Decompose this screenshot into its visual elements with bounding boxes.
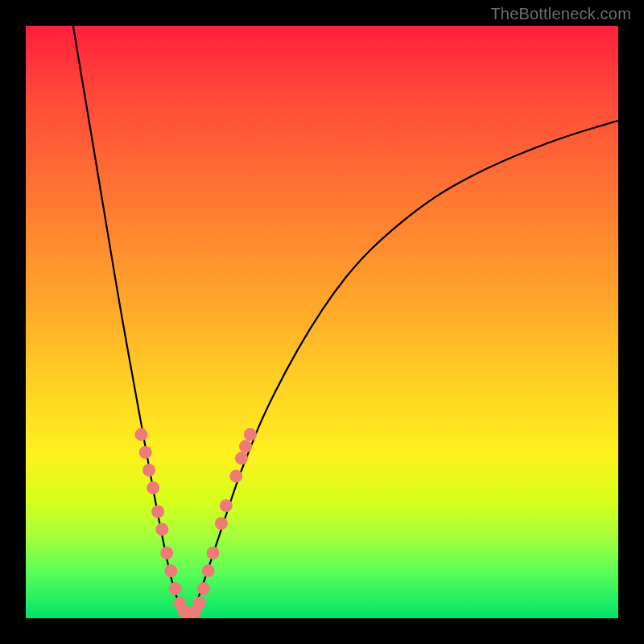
- curve-marker: [239, 440, 252, 453]
- curve-marker: [169, 582, 182, 595]
- curve-marker: [229, 469, 242, 482]
- bottleneck-curve-svg: [26, 26, 618, 618]
- curve-marker: [197, 582, 210, 595]
- curve-marker: [164, 564, 177, 577]
- curve-marker: [142, 464, 155, 477]
- curve-marker: [244, 428, 257, 441]
- curve-marker: [160, 547, 173, 559]
- curve-marker: [235, 452, 248, 464]
- plot-area: [26, 26, 618, 618]
- chart-frame: TheBottleneck.com: [0, 0, 644, 644]
- curve-marker: [215, 517, 228, 530]
- curve-marker: [147, 481, 159, 494]
- curve-marker: [207, 547, 220, 559]
- curve-marker: [151, 506, 164, 518]
- bottleneck-curve-line: [73, 26, 618, 617]
- curve-markers: [135, 428, 257, 618]
- curve-marker: [135, 428, 148, 441]
- curve-marker: [220, 499, 233, 512]
- curve-marker: [139, 446, 152, 459]
- curve-marker: [202, 564, 215, 577]
- watermark-label: TheBottleneck.com: [490, 5, 631, 23]
- curve-marker: [155, 523, 168, 536]
- curve-marker: [193, 597, 206, 609]
